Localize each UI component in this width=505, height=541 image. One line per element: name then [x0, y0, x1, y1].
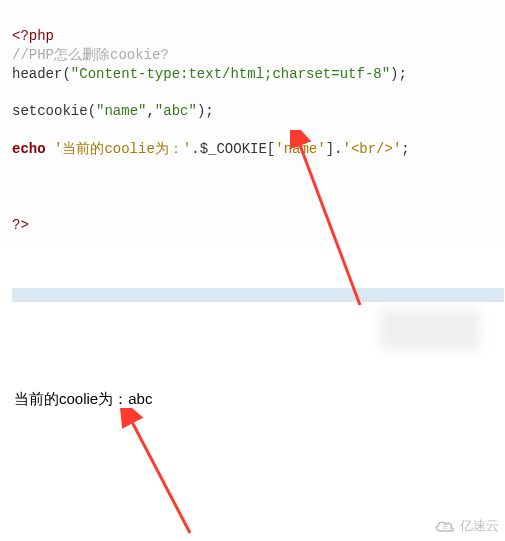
php-open-tag: <?php [12, 28, 54, 44]
setcookie-arg2: "abc" [155, 103, 197, 119]
watermark-text: 亿速云 [460, 517, 499, 535]
header-call: header [12, 66, 62, 82]
echo-str2: '<br/>' [343, 141, 402, 157]
watermark: E 亿速云 [434, 517, 499, 535]
echo-str1: '当前的coolie为：' [54, 141, 191, 157]
blur-overlay [380, 310, 480, 350]
annotation-arrow-2-icon [120, 408, 210, 538]
php-comment: //PHP怎么删除cookie? [12, 47, 169, 63]
php-close-tag: ?> [12, 217, 29, 233]
cookie-key: 'name' [275, 141, 325, 157]
setcookie-arg1: "name" [96, 103, 146, 119]
output-line: 当前的coolie为：abc [14, 390, 152, 409]
setcookie-call: setcookie [12, 103, 88, 119]
php-code-block: <?php //PHP怎么删除cookie? header("Content-t… [0, 0, 505, 243]
cloud-logo-icon: E [434, 518, 456, 534]
highlight-band [12, 288, 504, 302]
cookie-var: $_COOKIE[ [200, 141, 276, 157]
echo-keyword: echo [12, 141, 46, 157]
svg-text:E: E [443, 523, 448, 530]
header-arg: "Content-type:text/html;charset=utf-8" [71, 66, 390, 82]
svg-line-1 [130, 418, 190, 533]
